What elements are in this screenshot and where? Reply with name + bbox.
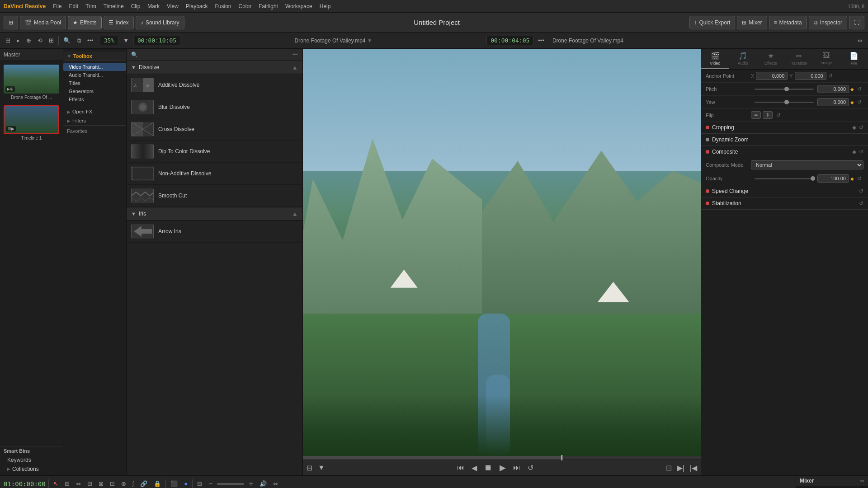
tl-speaker[interactable]: 🔊 [258,479,269,488]
effects-more-btn[interactable]: ••• [292,52,298,58]
open-fx-row[interactable]: ▶ Open FX [63,107,126,116]
app-name-menu[interactable]: DaVinci Resolve [4,3,46,9]
next-frame-btn[interactable]: ▶| [675,463,686,473]
effect-non-additive-dissolve[interactable]: Non-Additive Dissolve [127,163,302,185]
menu-timeline[interactable]: Timeline [104,3,124,9]
toolbox-generators[interactable]: Generators [63,87,126,95]
tl-timecode-display[interactable]: 01:00:00:00 [4,480,46,488]
tl-match-frame[interactable]: ⊟ [195,479,204,488]
zoom-dropdown[interactable]: ▼ [121,36,131,45]
composite-section[interactable]: Composite ◆ ↺ [701,146,868,158]
pitch-keyframe[interactable]: ◆ [849,87,855,92]
step-back-btn[interactable]: ◀ [470,463,479,473]
composite-mode-select[interactable]: Normal [751,160,863,169]
opacity-reset[interactable]: ↺ [855,175,863,182]
viewer-layout-btn[interactable]: ⊕ [24,36,33,45]
viewer-mode-btn[interactable]: ⊟ [4,36,12,45]
stop-btn[interactable]: ⏹ [482,462,494,474]
stabilization-section[interactable]: Stabilization ↺ [701,197,868,210]
dissolve-header[interactable]: ▼ Dissolve ▲ [127,61,302,74]
mixer-expand[interactable]: ⇔ [860,478,864,484]
stabilization-reset[interactable]: ↺ [859,200,863,206]
tl-curve-tool[interactable]: ∫ [131,479,136,488]
tl-blade-tool[interactable]: ⇔ [74,479,83,488]
insp-tab-image[interactable]: 🖼 Image [812,49,840,69]
iris-header[interactable]: ▼ Iris ▲ [127,207,302,221]
transform-btn[interactable]: ⟲ [36,36,44,45]
mixer-btn[interactable]: ⊞ Mixer [737,16,767,29]
yaw-value[interactable] [817,98,849,106]
insp-tab-audio[interactable]: 🎵 Audio [729,49,757,69]
go-to-start-btn[interactable]: ⏮ [455,463,466,473]
dynamic-zoom-section[interactable]: Dynamic Zoom [701,134,868,146]
pitch-slider[interactable] [755,89,814,90]
insp-tab-effects[interactable]: ★ Effects [757,49,785,69]
tl-speed-tool[interactable]: ⊠ [97,479,105,488]
effect-cross-dissolve[interactable]: Cross Dissolve [127,118,302,141]
go-to-end-btn[interactable]: ⏭ [511,463,522,473]
anchor-x-input[interactable] [756,72,788,80]
fullscreen-btn[interactable]: ⛶ [849,16,864,29]
flip-h-btn[interactable]: ⇔ [751,111,761,119]
anchor-y-input[interactable] [795,72,826,80]
effect-arrow-iris[interactable]: Arrow Iris [127,221,302,243]
toolbox-effects[interactable]: Effects [63,95,126,103]
composite-reset[interactable]: ↺ [859,149,863,155]
insp-tab-file[interactable]: 📄 File [840,49,868,69]
toolbox-titles[interactable]: Titles [63,79,126,87]
tl-select-tool[interactable]: ↖ [52,479,60,488]
last-frame-btn[interactable]: |◀ [688,463,699,473]
opacity-keyframe[interactable]: ◆ [849,176,855,181]
effect-blur-dissolve[interactable]: Blur Dissolve [127,96,302,118]
menu-view[interactable]: View [167,3,179,9]
flip-v-btn[interactable]: ⇕ [763,111,773,119]
tl-dynamic-tool[interactable]: ⊟ [85,479,94,488]
workspace-toggle-btn[interactable]: ⊞ [4,16,18,29]
zoom-btn[interactable]: 🔍 [61,36,72,45]
tl-zoom-in[interactable]: − [207,479,214,488]
filename-dropdown[interactable]: ▼ [367,38,373,44]
full-view-btn[interactable]: ⊡ [664,463,674,473]
loop-btn[interactable]: ↺ [526,463,535,473]
toolbox-audio-transitions[interactable]: Audio Transiti... [63,71,126,79]
scrubber-bar[interactable] [303,456,701,460]
play-btn[interactable]: ▶ [498,462,508,474]
opacity-slider[interactable] [755,178,814,179]
menu-mark[interactable]: Mark [147,3,160,9]
video-preview[interactable] [303,49,701,456]
viewer-type-btn[interactable]: ▼ [316,463,327,473]
flip-reset[interactable]: ↺ [774,112,783,118]
tl-expand-right[interactable]: ⇔ [271,479,280,488]
menu-trim[interactable]: Trim [85,3,96,9]
yaw-keyframe[interactable]: ◆ [849,100,855,105]
composite-add[interactable]: ◆ [852,149,856,155]
grid-view-btn[interactable]: ⊞ [47,36,56,45]
menu-playback[interactable]: Playback [186,3,208,9]
filters-row[interactable]: ▶ Filters [63,116,126,125]
pitch-reset[interactable]: ↺ [855,86,863,92]
anchor-reset[interactable]: ↺ [826,73,835,79]
opacity-value[interactable] [817,174,849,183]
menu-color[interactable]: Color [239,3,252,9]
effects-btn[interactable]: ★ Effects [68,16,101,29]
timecode-left[interactable]: 00:00:10:05 [133,36,180,45]
cropping-section[interactable]: Cropping ◆ ↺ [701,122,868,134]
sound-library-btn[interactable]: ♪ Sound Library [136,16,184,29]
keywords-item[interactable]: Keywords [4,455,59,465]
pitch-value[interactable] [817,85,849,93]
effect-smooth-cut[interactable]: Smooth Cut [127,185,302,207]
inspector-btn[interactable]: ⧉ Inspector [809,16,847,29]
media-pool-btn[interactable]: 🎬 Media Pool [20,16,66,29]
insp-tab-video[interactable]: 🎬 Video [701,49,729,69]
toolbox-video-transitions[interactable]: Video Transiti... [63,63,126,71]
metadata-btn[interactable]: ≡ Metadata [769,16,807,29]
more-options[interactable]: ••• [536,36,546,45]
menu-edit[interactable]: Edit [69,3,79,9]
more-btn[interactable]: ••• [85,36,95,45]
cropping-reset[interactable]: ↺ [859,124,863,131]
speed-change-section[interactable]: Speed Change ↺ [701,185,868,197]
tl-trim-tool[interactable]: ⊞ [63,479,71,488]
tl-zoom-slider[interactable] [217,483,244,485]
media-item-drone[interactable]: ▶⊞ Drone Footage Of ... [4,65,59,100]
collections-item[interactable]: ▶ Collections [4,465,59,474]
